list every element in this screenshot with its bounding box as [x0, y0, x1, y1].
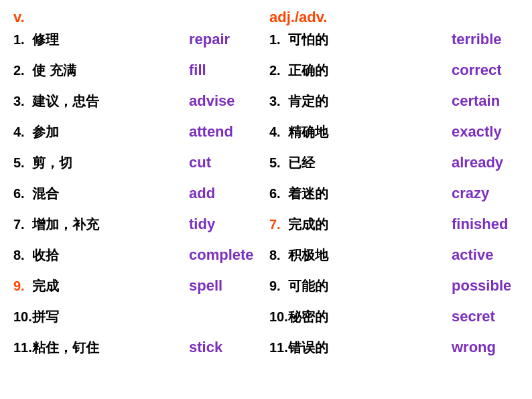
right-items-container: 1.可怕的terrible2.正确的correct3.肯定的certain4.精…	[269, 31, 519, 370]
left-item-number: 8.	[13, 248, 32, 263]
right-item-english: exactly	[452, 123, 519, 141]
right-item-chinese: 错误的	[288, 339, 452, 357]
left-item-number: 2.	[13, 63, 32, 78]
right-column: adj./adv. 1.可怕的terrible2.正确的correct3.肯定的…	[263, 7, 519, 392]
left-item-english: cut	[189, 154, 263, 171]
left-item-number: 9.	[13, 278, 32, 294]
right-item-number: 4.	[269, 125, 288, 140]
right-item-english: secret	[452, 308, 519, 325]
left-item-number: 7.	[13, 217, 32, 232]
left-item-chinese: 增加，补充	[32, 216, 189, 234]
left-item-english: add	[189, 185, 263, 202]
left-item-english: repair	[189, 31, 263, 48]
left-item-english: fill	[189, 62, 263, 79]
left-list-item: 4.参加attend	[13, 123, 263, 153]
right-list-item: 6.着迷的crazy	[269, 185, 519, 214]
left-list-item: 2.使 充满fill	[13, 62, 263, 91]
left-item-chinese: 粘住，钉住	[32, 339, 189, 357]
left-list-item: 1.修理repair	[13, 31, 263, 60]
left-list-item: 5.剪，切cut	[13, 154, 263, 183]
right-item-number: 3.	[269, 94, 288, 109]
left-item-chinese: 使 充满	[32, 62, 189, 80]
right-item-chinese: 肯定的	[288, 92, 452, 110]
left-item-english: spell	[189, 277, 263, 295]
right-list-item: 2.正确的correct	[269, 62, 519, 91]
right-list-item: 1.可怕的terrible	[269, 31, 519, 60]
right-list-item: 9.可能的possible	[269, 277, 519, 307]
left-item-english: advise	[189, 92, 263, 110]
right-item-chinese: 正确的	[288, 62, 452, 80]
right-item-number: 1.	[269, 32, 288, 48]
left-item-chinese: 修理	[32, 31, 189, 49]
right-item-number: 5.	[269, 155, 288, 171]
left-item-chinese: 完成	[32, 277, 189, 295]
right-item-number: 2.	[269, 63, 288, 78]
left-header: v.	[13, 7, 263, 28]
right-item-number: 6.	[269, 186, 288, 202]
right-list-item: 3.肯定的certain	[269, 92, 519, 122]
right-item-chinese: 可怕的	[288, 31, 452, 49]
left-item-number: 10.	[13, 309, 32, 325]
right-item-english: certain	[452, 92, 519, 110]
right-list-item: 11.错误的wrong	[269, 339, 519, 368]
right-header: adj./adv.	[269, 7, 519, 28]
right-item-english: wrong	[452, 339, 519, 356]
left-item-chinese: 混合	[32, 185, 189, 203]
right-item-chinese: 积极地	[288, 246, 452, 264]
right-item-chinese: 秘密的	[288, 308, 452, 326]
right-item-english: crazy	[452, 185, 519, 202]
right-item-chinese: 已经	[288, 154, 452, 172]
right-list-item: 7.完成的finished	[269, 216, 519, 245]
left-list-item: 10.拼写	[13, 308, 263, 337]
right-list-item: 8.积极地active	[269, 246, 519, 276]
right-item-chinese: 可能的	[288, 277, 452, 295]
right-list-item: 5.已经already	[269, 154, 519, 183]
right-item-english: possible	[452, 277, 519, 295]
right-item-number: 8.	[269, 248, 288, 263]
right-item-english: active	[452, 246, 519, 264]
right-item-english: finished	[452, 216, 519, 233]
left-item-number: 3.	[13, 94, 32, 109]
right-item-english: correct	[452, 62, 519, 79]
left-item-english: attend	[189, 123, 263, 141]
left-item-chinese: 拼写	[32, 308, 189, 326]
right-item-chinese: 完成的	[288, 216, 452, 234]
left-item-number: 1.	[13, 32, 32, 48]
left-item-chinese: 建议，忠告	[32, 92, 189, 110]
left-item-number: 4.	[13, 125, 32, 140]
left-item-english: stick	[189, 339, 263, 356]
left-column: v. 1.修理repair2.使 充满fill3.建议，忠告advise4.参加…	[13, 7, 263, 392]
right-list-item: 10.秘密的secret	[269, 308, 519, 337]
left-list-item: 6.混合add	[13, 185, 263, 214]
left-list-item: 3.建议，忠告advise	[13, 92, 263, 122]
left-item-chinese: 收拾	[32, 246, 189, 264]
left-item-number: 5.	[13, 155, 32, 171]
left-item-chinese: 参加	[32, 123, 189, 141]
left-list-item: 8.收拾complete	[13, 246, 263, 276]
left-list-item: 11.粘住，钉住stick	[13, 339, 263, 368]
left-item-english: tidy	[189, 216, 263, 233]
right-item-number: 10.	[269, 309, 288, 325]
right-item-english: terrible	[452, 31, 519, 48]
right-list-item: 4.精确地exactly	[269, 123, 519, 153]
left-items-container: 1.修理repair2.使 充满fill3.建议，忠告advise4.参加att…	[13, 31, 263, 370]
right-item-english: already	[452, 154, 519, 171]
left-item-english: complete	[189, 246, 263, 264]
right-item-number: 11.	[269, 340, 288, 355]
right-item-number: 9.	[269, 278, 288, 294]
left-item-number: 11.	[13, 340, 32, 355]
left-item-number: 6.	[13, 186, 32, 202]
right-item-number: 7.	[269, 217, 288, 232]
main-content: v. 1.修理repair2.使 充满fill3.建议，忠告advise4.参加…	[13, 7, 519, 392]
right-item-chinese: 着迷的	[288, 185, 452, 203]
left-list-item: 7.增加，补充tidy	[13, 216, 263, 245]
left-item-chinese: 剪，切	[32, 154, 189, 172]
right-item-chinese: 精确地	[288, 123, 452, 141]
left-list-item: 9.完成spell	[13, 277, 263, 307]
